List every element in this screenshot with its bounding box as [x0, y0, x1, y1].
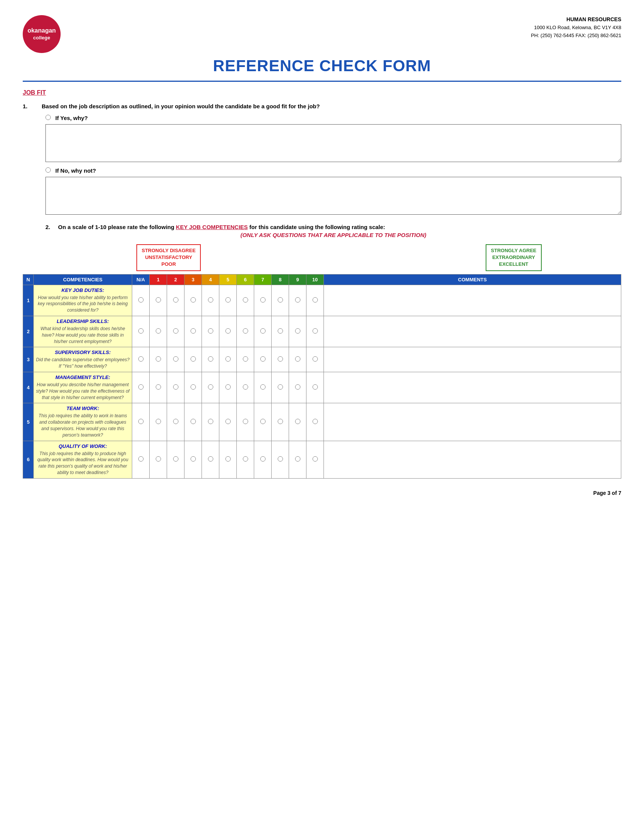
radio-8-row-6[interactable] — [272, 441, 289, 478]
radio-10-row-3[interactable] — [306, 347, 324, 372]
radio-7-input-3[interactable] — [260, 356, 266, 362]
radio-4-row-4[interactable] — [202, 372, 219, 403]
radio-2-row-6[interactable] — [167, 441, 185, 478]
radio-3-row-5[interactable] — [185, 403, 202, 441]
radio-1-row-3[interactable] — [150, 347, 167, 372]
radio-5-row-6[interactable] — [219, 441, 237, 478]
radio-10-input-3[interactable] — [312, 356, 318, 362]
radio-4-row-1[interactable] — [202, 285, 219, 316]
radio-5-input-1[interactable] — [225, 297, 231, 302]
radio-7-row-6[interactable] — [254, 441, 272, 478]
radio-5-input-2[interactable] — [225, 328, 231, 334]
radio-3-input-1[interactable] — [190, 297, 196, 302]
radio-2-input-5[interactable] — [173, 419, 179, 424]
radio-4-input-6[interactable] — [208, 456, 213, 462]
radio-8-input-6[interactable] — [278, 456, 283, 462]
radio-8-input-1[interactable] — [278, 297, 283, 302]
radio-2-input-4[interactable] — [173, 384, 179, 390]
radio-1-row-4[interactable] — [150, 372, 167, 403]
if-no-textarea[interactable] — [45, 177, 621, 215]
radio-9-input-1[interactable] — [295, 297, 300, 302]
radio-9-input-6[interactable] — [295, 456, 300, 462]
radio-1-row-1[interactable] — [150, 285, 167, 316]
radio-na-6[interactable] — [132, 441, 150, 478]
radio-1-input-4[interactable] — [156, 384, 161, 390]
if-yes-textarea[interactable] — [45, 124, 621, 162]
radio-6-input-3[interactable] — [243, 356, 248, 362]
radio-2-input-2[interactable] — [173, 328, 179, 334]
radio-9-input-3[interactable] — [295, 356, 300, 362]
radio-2-row-5[interactable] — [167, 403, 185, 441]
radio-10-input-6[interactable] — [312, 456, 318, 462]
radio-8-input-2[interactable] — [278, 328, 283, 334]
radio-5-row-2[interactable] — [219, 316, 237, 347]
radio-8-row-5[interactable] — [272, 403, 289, 441]
radio-1-input-6[interactable] — [156, 456, 161, 462]
radio-9-input-5[interactable] — [295, 419, 300, 424]
radio-na-2[interactable] — [132, 316, 150, 347]
radio-5-row-3[interactable] — [219, 347, 237, 372]
radio-2-input-1[interactable] — [173, 297, 179, 302]
radio-9-row-4[interactable] — [289, 372, 306, 403]
radio-8-input-4[interactable] — [278, 384, 283, 390]
radio-9-input-4[interactable] — [295, 384, 300, 390]
comments-5[interactable] — [324, 403, 621, 441]
comments-4[interactable] — [324, 372, 621, 403]
radio-6-input-2[interactable] — [243, 328, 248, 334]
radio-3-input-2[interactable] — [190, 328, 196, 334]
radio-1-input-2[interactable] — [156, 328, 161, 334]
radio-3-row-1[interactable] — [185, 285, 202, 316]
radio-na-5[interactable] — [132, 403, 150, 441]
radio-10-row-5[interactable] — [306, 403, 324, 441]
radio-3-input-6[interactable] — [190, 456, 196, 462]
radio-6-input-5[interactable] — [243, 419, 248, 424]
radio-7-row-3[interactable] — [254, 347, 272, 372]
radio-na-input-5[interactable] — [138, 419, 143, 424]
radio-1-input-1[interactable] — [156, 297, 161, 302]
radio-8-row-1[interactable] — [272, 285, 289, 316]
radio-7-input-1[interactable] — [260, 297, 266, 302]
radio-7-row-4[interactable] — [254, 372, 272, 403]
radio-7-input-4[interactable] — [260, 384, 266, 390]
radio-3-input-5[interactable] — [190, 419, 196, 424]
radio-1-row-5[interactable] — [150, 403, 167, 441]
radio-3-input-3[interactable] — [190, 356, 196, 362]
radio-6-row-3[interactable] — [237, 347, 254, 372]
radio-5-input-3[interactable] — [225, 356, 231, 362]
radio-10-input-1[interactable] — [312, 297, 318, 302]
radio-na-4[interactable] — [132, 372, 150, 403]
radio-5-row-5[interactable] — [219, 403, 237, 441]
radio-7-row-5[interactable] — [254, 403, 272, 441]
radio-na-1[interactable] — [132, 285, 150, 316]
radio-10-input-2[interactable] — [312, 328, 318, 334]
radio-9-input-2[interactable] — [295, 328, 300, 334]
radio-5-input-5[interactable] — [225, 419, 231, 424]
radio-10-row-6[interactable] — [306, 441, 324, 478]
radio-7-row-2[interactable] — [254, 316, 272, 347]
comments-3[interactable] — [324, 347, 621, 372]
radio-9-row-1[interactable] — [289, 285, 306, 316]
radio-3-row-4[interactable] — [185, 372, 202, 403]
radio-2-input-3[interactable] — [173, 356, 179, 362]
radio-2-row-3[interactable] — [167, 347, 185, 372]
radio-4-row-3[interactable] — [202, 347, 219, 372]
radio-7-input-5[interactable] — [260, 419, 266, 424]
radio-6-input-4[interactable] — [243, 384, 248, 390]
radio-na-input-4[interactable] — [138, 384, 143, 390]
radio-8-row-2[interactable] — [272, 316, 289, 347]
radio-9-row-2[interactable] — [289, 316, 306, 347]
radio-5-row-1[interactable] — [219, 285, 237, 316]
radio-10-row-4[interactable] — [306, 372, 324, 403]
radio-6-input-1[interactable] — [243, 297, 248, 302]
radio-2-input-6[interactable] — [173, 456, 179, 462]
radio-8-input-5[interactable] — [278, 419, 283, 424]
radio-8-input-3[interactable] — [278, 356, 283, 362]
radio-5-row-4[interactable] — [219, 372, 237, 403]
radio-10-row-2[interactable] — [306, 316, 324, 347]
radio-4-input-1[interactable] — [208, 297, 213, 302]
radio-6-row-4[interactable] — [237, 372, 254, 403]
radio-na-3[interactable] — [132, 347, 150, 372]
radio-10-row-1[interactable] — [306, 285, 324, 316]
if-yes-radio[interactable] — [45, 115, 51, 120]
if-no-radio[interactable] — [45, 167, 51, 173]
